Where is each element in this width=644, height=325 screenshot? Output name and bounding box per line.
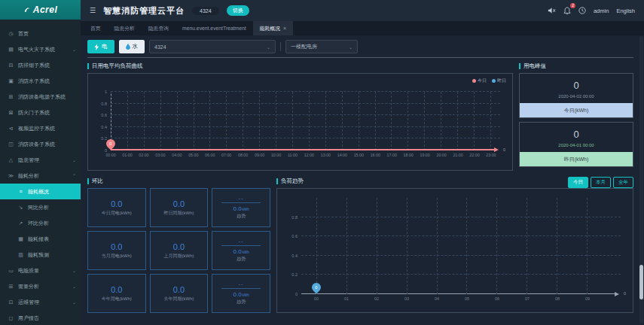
load-trend-header: 负荷趋势 今日本月全年: [276, 177, 633, 188]
video-icon: ⊲: [8, 126, 14, 132]
x-axis-tick: 18:00: [404, 153, 414, 157]
h-gridline: [301, 274, 621, 275]
sidebar-item-label: 防排烟子系统: [18, 62, 76, 69]
sidebar-item-fire-water[interactable]: ▣消防水子系统: [0, 73, 81, 89]
legend-yesterday[interactable]: 昨日: [492, 77, 506, 84]
stat-label: 昨日同期(kWh): [163, 210, 194, 217]
stat-label: 今年用电(kWh): [102, 296, 132, 302]
tab-hazard-query[interactable]: 隐患查询: [142, 21, 175, 35]
v-gridline: [259, 92, 260, 150]
smart-fire-platform-page: Acrel ◷首页▤电气火灾子系统⌄⊟防排烟子系统▣消防水子系统⊞消防设备电源子…: [0, 0, 644, 325]
trend-label: 趋势: [237, 256, 246, 263]
sidebar-item-power-quality[interactable]: ▭电能质量⌄: [0, 263, 81, 278]
v-gridline: [424, 92, 425, 150]
chevron-down-icon: ⌄: [72, 268, 76, 273]
axis-end-value: 0: [503, 147, 505, 152]
sidebar-item-video-monitoring[interactable]: ⊲视频监控子系统: [0, 120, 81, 136]
quality-icon: ▭: [8, 268, 14, 274]
username[interactable]: admin: [594, 8, 609, 14]
x-axis-tick: 04:00: [172, 153, 182, 157]
load-trend-v-gridlines: [316, 198, 588, 294]
room-select-value: 一楼配电房: [291, 43, 317, 50]
tab-home[interactable]: 首页: [84, 21, 108, 35]
sidebar-item-yoy-analysis[interactable]: ↘同比分析: [0, 199, 81, 215]
v-gridline: [587, 198, 588, 294]
water-drop-icon: [126, 44, 130, 50]
close-icon[interactable]: ×: [283, 26, 286, 31]
load-trend-chart: 00.20.40.60.8 0 00010203040506070809 0: [276, 188, 633, 313]
language-switch[interactable]: English: [616, 8, 635, 14]
legend-today[interactable]: 今日: [472, 77, 487, 84]
menu-toggle-icon[interactable]: ☰: [90, 7, 96, 14]
sidebar-item-label: 环比分析: [28, 220, 76, 227]
tab-energy-overview[interactable]: 能耗概况×: [253, 21, 293, 35]
y-axis-tick: 0: [295, 292, 298, 296]
sidebar-item-energy-forecast[interactable]: ▥能耗预测: [0, 247, 81, 263]
sidebar-item-user-report[interactable]: ◻用户报告: [0, 310, 81, 325]
v-gridline: [144, 92, 145, 150]
trend-divider: [221, 245, 260, 246]
sidebar-item-label: 用户报告: [18, 314, 76, 322]
section-title-text: 负荷趋势: [281, 178, 304, 185]
v-gridline: [526, 198, 527, 294]
electric-filter-button[interactable]: 电: [87, 40, 114, 53]
trend-range-today[interactable]: 今日: [568, 177, 588, 188]
sidebar-item-fire-equipment[interactable]: ◫消防设备子系统: [0, 136, 81, 152]
x-axis-tick: 08:00: [238, 153, 248, 157]
report-icon: ▦: [17, 236, 24, 242]
filter-divider: [280, 42, 281, 51]
sidebar-item-home[interactable]: ◷首页: [0, 26, 81, 41]
speaker-mute-icon[interactable]: [548, 7, 556, 14]
room-select[interactable]: 一楼配电房 ⌄: [285, 40, 358, 53]
v-gridline: [474, 92, 475, 150]
chart-legend: 今日 昨日: [472, 77, 506, 84]
logo-text: Acrel: [33, 5, 58, 15]
sidebar-item-label: 同比分析: [28, 204, 76, 211]
x-axis-tick: 07:00: [221, 153, 231, 157]
tab-hazard-analysis[interactable]: 隐患分析: [108, 21, 142, 35]
sidebar-item-operations-management[interactable]: ⊡运维管理⌄: [0, 294, 81, 310]
water-filter-button[interactable]: 水: [119, 40, 145, 53]
trend-value: 0.0kWh: [233, 205, 249, 212]
tab-event-treatment[interactable]: menu.event.eventTreatment: [175, 21, 253, 35]
sidebar-item-energy-overview[interactable]: ≡能耗概况: [0, 184, 81, 199]
history-clock-icon[interactable]: [578, 7, 586, 14]
sidebar-item-fire-equipment-power[interactable]: ⊞消防设备电源子系统: [0, 89, 81, 105]
legend-yesterday-label: 昨日: [497, 77, 506, 84]
page-scrollbar[interactable]: [639, 36, 643, 323]
main-content: 电 水 4324 ⌄ 一楼配电房 ⌄ 日用电平均负荷曲线: [81, 35, 644, 325]
y-axis-tick: 0.8: [291, 215, 298, 220]
sidebar-item-fire-door[interactable]: ⊠防火门子系统: [0, 105, 81, 120]
ops-icon: ⊡: [8, 299, 14, 305]
station-select[interactable]: 4324 ⌄: [149, 40, 276, 53]
v-gridline: [342, 92, 343, 150]
sidebar-menu: ◷首页▤电气火灾子系统⌄⊟防排烟子系统▣消防水子系统⊞消防设备电源子系统⊠防火门…: [0, 20, 81, 325]
h-gridline: [111, 126, 500, 127]
switch-button[interactable]: 切换: [227, 5, 249, 16]
notification-bell-icon[interactable]: 2: [563, 7, 571, 15]
sidebar-item-energy-analysis[interactable]: ≫能耗分析⌃: [0, 168, 81, 184]
y-axis-tick: 1: [105, 90, 107, 94]
scrollbar-thumb[interactable]: [639, 265, 643, 299]
x-axis-tick: 10:00: [271, 153, 281, 157]
today-dot-icon: [472, 79, 476, 83]
x-axis-tick: 12:00: [304, 153, 314, 157]
sidebar-item-energy-report[interactable]: ▦能耗报表: [0, 231, 81, 247]
ring-stat-1-2: --0.0kWh趋势: [212, 231, 270, 270]
trend-range-year[interactable]: 全年: [613, 177, 633, 188]
sidebar-item-smoke-extraction[interactable]: ⊟防排烟子系统: [0, 57, 81, 73]
trend-value: 0.0kWh: [233, 248, 249, 255]
load-curve-plot-area: 00.20.40.60.81 0 0 00:0001:0002:0003:000…: [111, 92, 500, 150]
sidebar-item-electrical-fire[interactable]: ▤电气火灾子系统⌄: [0, 41, 81, 57]
h-gridline: [301, 217, 621, 217]
trend-data-pin[interactable]: 0: [310, 281, 323, 294]
x-axis-tick: 09: [585, 296, 590, 301]
sidebar-item-hazard-management[interactable]: △隐患管理⌄: [0, 152, 81, 168]
trend-range-month[interactable]: 本月: [591, 177, 611, 188]
ring-stat-0-2: --0.0kWh趋势: [212, 188, 270, 227]
h-gridline: [111, 138, 500, 138]
sidebar-item-mom-analysis[interactable]: ↗环比分析: [0, 215, 81, 231]
sidebar-item-demand-analysis[interactable]: ☰需量分析⌄: [0, 278, 81, 294]
x-axis-tick: 06: [495, 296, 499, 301]
trend-value-number: 0.0: [233, 291, 242, 298]
